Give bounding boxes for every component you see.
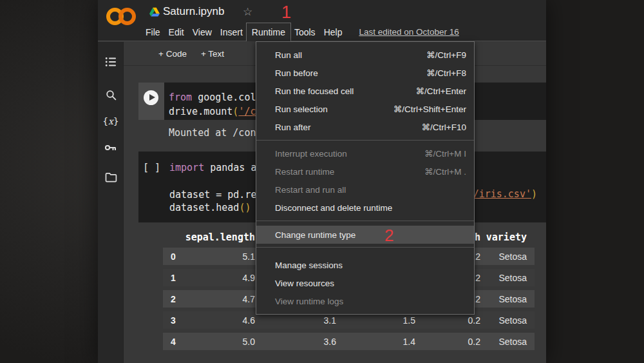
menu-item-shortcut: ⌘/Ctrl+M . — [424, 166, 466, 177]
menu-item-label: Run after — [275, 123, 311, 132]
play-icon — [149, 94, 155, 101]
code-segment: drive.mount — [169, 106, 232, 117]
menubar-runtime[interactable]: Runtime — [246, 23, 291, 41]
table-cell: Setosa — [480, 294, 535, 304]
menu-item-run-before[interactable]: Run before⌘/Ctrl+F8 — [256, 64, 474, 82]
table-cell: 5.1 — [182, 251, 255, 262]
code-line: dataset = pd.re — [169, 188, 256, 202]
search-icon[interactable] — [98, 87, 124, 103]
menu-item-view-runtime-logs: View runtime logs — [256, 292, 474, 310]
add-text-button[interactable]: + Text — [201, 49, 224, 59]
menu-item-label: Run selection — [275, 104, 328, 114]
menu-item-interrupt-execution: Interrupt execution⌘/Ctrl+M I — [256, 144, 474, 162]
menu-item-run-after[interactable]: Run after⌘/Ctrl+F10 — [256, 118, 474, 136]
folder-icon[interactable] — [98, 170, 124, 185]
toc-icon[interactable] — [98, 54, 124, 70]
code-line-right-fragment: /iris.csv') — [473, 188, 537, 200]
add-code-button[interactable]: + Code — [158, 49, 187, 59]
code-segment: /iris.csv' — [473, 188, 531, 200]
menu-item-shortcut: ⌘/Ctrl+F10 — [422, 122, 466, 132]
table-cell: Setosa — [480, 273, 535, 283]
code-cell-gutter — [138, 83, 164, 120]
menu-item-label: Run the focused cell — [275, 86, 354, 96]
code-editor: import pandas adataset = pd.redataset.he… — [169, 161, 256, 215]
column-header-variety: variety — [480, 231, 535, 243]
menu-item-run-selection[interactable]: Run selection⌘/Ctrl+Shift+Enter — [256, 100, 474, 118]
row-index: 0 — [163, 251, 182, 262]
menu-item-label: Change runtime type — [275, 230, 355, 240]
cell-1-output: Mounted at /con — [169, 127, 256, 139]
code-segment: google.col — [192, 92, 256, 103]
table-cell: 0.2 — [415, 337, 480, 347]
table-cell: 3.1 — [255, 315, 336, 326]
menu-item-shortcut: ⌘/Ctrl+F8 — [426, 68, 466, 78]
menu-item-label: Manage sessions — [275, 260, 343, 270]
menu-item-label: Restart and run all — [275, 185, 346, 195]
menu-item-view-resources[interactable]: View resources — [256, 274, 474, 292]
menu-item-shortcut: ⌘/Ctrl+Enter — [416, 86, 466, 96]
menubar-file[interactable]: File — [146, 23, 160, 41]
table-cell: 4.6 — [182, 315, 255, 326]
top-bar: Saturn.ipynb ☆ FileEditViewInsertRuntime… — [98, 0, 546, 41]
menu-section: Interrupt execution⌘/Ctrl+M IRestart run… — [256, 140, 474, 221]
colab-screenshot: Saturn.ipynb ☆ FileEditViewInsertRuntime… — [0, 0, 644, 363]
row-index: 3 — [163, 315, 182, 326]
annotation-step-1: 1 — [281, 4, 291, 21]
menu-item-restart-and-run-all: Restart and run all — [256, 181, 474, 199]
table-cell: 1.4 — [336, 337, 415, 347]
menu-item-label: Restart runtime — [275, 167, 334, 177]
table-cell: 0.2 — [415, 315, 480, 326]
annotation-step-2: 2 — [384, 227, 393, 244]
table-row: 45.03.61.40.2Setosa — [163, 333, 535, 350]
menu-item-run-all[interactable]: Run all⌘/Ctrl+F9 — [256, 46, 474, 64]
menu-item-label: View resources — [275, 279, 334, 288]
menu-item-shortcut: ⌘/Ctrl+M I — [424, 148, 466, 159]
code-segment: import — [169, 162, 204, 173]
table-cell: 5.0 — [182, 337, 255, 347]
star-icon[interactable]: ☆ — [243, 5, 252, 19]
table-cell: 4.9 — [182, 273, 255, 283]
run-cell-button[interactable] — [144, 90, 158, 105]
menu-item-label: Run all — [275, 50, 302, 60]
google-drive-icon — [149, 7, 160, 17]
menubar-view[interactable]: View — [193, 23, 212, 41]
code-segment: () — [239, 202, 251, 213]
menu-item-manage-sessions[interactable]: Manage sessions — [256, 256, 474, 274]
table-cell: 3.6 — [255, 337, 336, 347]
table-cell: 1.5 — [336, 315, 415, 326]
column-header-sepal-length: sepal.length — [182, 231, 255, 243]
row-index: 2 — [163, 294, 182, 304]
menu-bar: FileEditViewInsertRuntimeToolsHelpLast e… — [146, 23, 459, 41]
table-cell: Setosa — [480, 315, 535, 326]
variables-icon[interactable]: {x} — [98, 113, 124, 129]
menu-item-change-runtime-type[interactable]: Change runtime type — [256, 226, 474, 244]
notebook-title[interactable]: Saturn.ipynb — [163, 5, 224, 18]
menu-item-label: Disconnect and delete runtime — [275, 203, 392, 213]
menubar-help[interactable]: Help — [324, 23, 343, 41]
row-index: 4 — [163, 337, 182, 347]
row-index: 1 — [163, 273, 182, 283]
last-edited-link[interactable]: Last edited on October 16 — [359, 23, 459, 41]
menubar-tools[interactable]: Tools — [294, 23, 316, 41]
colab-logo-right-ring — [118, 8, 136, 25]
menubar-insert[interactable]: Insert — [220, 23, 243, 41]
code-line: dataset.head() — [169, 201, 256, 215]
code-line — [169, 175, 256, 188]
menubar-edit[interactable]: Edit — [169, 23, 184, 41]
code-segment: '/c — [238, 106, 256, 117]
menu-item-disconnect-and-delete-runtime[interactable]: Disconnect and delete runtime — [256, 199, 474, 217]
code-segment: ) — [531, 188, 537, 200]
table-cell: 4.7 — [182, 294, 255, 304]
menu-item-label: Interrupt execution — [275, 149, 347, 159]
menu-item-label: Run before — [275, 68, 318, 78]
menu-item-shortcut: ⌘/Ctrl+F9 — [426, 50, 466, 60]
execution-count: [ ] — [143, 161, 160, 175]
menu-item-label: View runtime logs — [275, 297, 343, 306]
table-cell: Setosa — [480, 337, 535, 347]
key-icon[interactable] — [98, 140, 124, 155]
menu-item-restart-runtime: Restart runtime⌘/Ctrl+M . — [256, 162, 474, 181]
code-segment: pandas a — [204, 162, 256, 173]
menu-item-run-the-focused-cell[interactable]: Run the focused cell⌘/Ctrl+Enter — [256, 82, 474, 100]
menu-section: Manage sessionsView resourcesView runtim… — [256, 247, 474, 314]
menu-item-shortcut: ⌘/Ctrl+Shift+Enter — [393, 104, 466, 114]
